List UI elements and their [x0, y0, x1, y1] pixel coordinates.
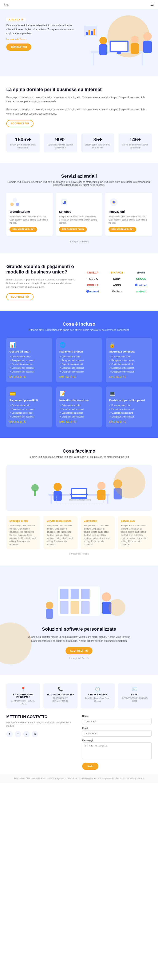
included-more-0[interactable]: SAPERNE DI PIÙ	[10, 376, 49, 378]
email-label: Email	[82, 727, 152, 729]
list-item: Excepteur sint occaecat	[60, 370, 99, 374]
included-title: Cosa è incluso	[6, 321, 152, 327]
linkedin-icon[interactable]: in	[32, 731, 38, 737]
list-item: Cupidatat non proident	[109, 411, 148, 415]
svg-rect-46	[60, 601, 68, 614]
contact-card-3: ✉️ EMAIL 1-234-567-8900 1-234-567-8901	[118, 683, 152, 708]
contact-description: Per ricevere ulteriori informazioni, com…	[6, 721, 76, 728]
stat-number-1: 90%	[47, 137, 74, 143]
services-section: Servizi aziendali Sample text. Click to …	[0, 163, 158, 253]
svg-rect-23	[64, 201, 65, 203]
what-illustration: double click to start editing	[6, 465, 152, 511]
message-label: Messaggio	[82, 739, 152, 741]
stat-number-0: 150m+	[10, 137, 36, 143]
hero-cta-button[interactable]: CONTATTACI	[6, 43, 31, 51]
included-card-title-4: Note di collaborazione	[60, 399, 99, 402]
email-icon: ✉️	[121, 687, 148, 692]
contact-form-left: METTITI IN CONTATTO Per ricevere ulterio…	[6, 715, 76, 770]
svg-rect-11	[143, 41, 152, 53]
services-image-link[interactable]: Immagini da Pexels	[6, 240, 152, 243]
solutions-image-link[interactable]: Immagini di Pexels	[26, 657, 132, 660]
solutions-cta-button[interactable]: SCOPRI DI PIÙ	[66, 647, 93, 654]
contact-card-title-0: LA NOSTRA SEDE PRINCIPALE	[10, 693, 37, 698]
service-card-0: prototipazione Sample text. Click to sel…	[6, 193, 53, 236]
included-icon-0: 📊	[10, 342, 49, 348]
service-button-1[interactable]: PER SAPERNE DI PIÙ	[59, 227, 87, 232]
what-card-desc-1: Sample text. Click to select the text. C…	[47, 524, 74, 546]
included-more-3[interactable]: SAPERNE DI PIÙ	[10, 421, 49, 423]
svg-point-17	[13, 198, 17, 202]
included-more-1[interactable]: SAPERNE DI PIÙ	[60, 376, 99, 378]
name-form-group: Nome	[82, 715, 152, 724]
brand-unimed2: 🅤unimed	[82, 290, 103, 293]
service-button-2[interactable]: PER SAPERNE DI PIÙ	[108, 227, 136, 232]
hamburger-icon[interactable]: ☰	[150, 2, 154, 7]
included-more-5[interactable]: SAPERNE DI PIÙ	[109, 421, 148, 423]
list-item: Excepteur sint occaecat	[60, 415, 99, 419]
included-grid-bottom: 💳 Pagamenti prevedibili Duis aute irure …	[6, 387, 152, 427]
list-item: Duis aute irure dolor	[60, 404, 99, 407]
svg-point-51	[108, 599, 125, 616]
contact-card-text-3: 1-234-567-8900 1-234-567-8901	[121, 697, 148, 703]
email-form-group: Email	[82, 727, 152, 737]
name-input[interactable]	[82, 718, 152, 724]
list-item: Excepteur sint occaecat	[10, 359, 49, 363]
included-section: Cosa è incluso Offriamo oltre 150 funzio…	[0, 311, 158, 438]
included-more-4[interactable]: SAPERNE DI PIÙ	[60, 421, 99, 423]
submit-button[interactable]: Invia	[82, 763, 98, 770]
included-card-title-3: Pagamenti prevedibili	[10, 399, 49, 402]
svg-rect-43	[60, 589, 68, 599]
volume-cta-button[interactable]: SCOPRI DI PIÙ	[6, 293, 34, 301]
list-item: Excepteur sint occaecat	[109, 415, 148, 419]
what-subtitle: Sample text. Click to select the text bo…	[6, 455, 152, 458]
hero-content: AZIENDA IT Duis aute irure dolor in repr…	[6, 18, 78, 51]
spine-section: La spina dorsale per il business su Inte…	[0, 76, 158, 163]
twitter-icon[interactable]: t	[15, 731, 21, 737]
svg-rect-30	[72, 489, 86, 497]
list-item: Cupidatat non proident	[60, 411, 99, 415]
contact-card-text-0: 123 Main Street Fault, NC 28000	[10, 699, 37, 705]
volume-section: Grande volume di pagamenti o modello di …	[0, 253, 158, 311]
what-card-title-2: Commerce	[84, 519, 111, 522]
what-card-desc-3: Sample text. Click to select the text. C…	[121, 524, 148, 546]
service-title-0: prototipazione	[10, 210, 50, 213]
what-image-link[interactable]: Immagini di Pexels	[6, 552, 152, 555]
stat-label-2: Lorem ipsum dolor sit amet consectetur	[84, 143, 111, 149]
logo: logo	[4, 3, 10, 6]
hero-badge: AZIENDA IT	[6, 18, 26, 21]
hero-image-link[interactable]: Immagini da Pexels	[6, 38, 78, 40]
youtube-icon[interactable]: y	[23, 731, 29, 737]
services-title: Servizi aziendali	[6, 173, 152, 179]
brand-android: android	[131, 290, 152, 293]
svg-rect-45	[81, 589, 90, 599]
svg-point-32	[53, 483, 62, 491]
service-button-0[interactable]: PER SAPERNE DI PIÙ	[10, 227, 37, 232]
brand-unimed1: 🅤unimed	[131, 283, 152, 287]
message-form-group: Messaggio	[82, 739, 152, 760]
stat-item-2: 35+ Lorem ipsum dolor sit amet consectet…	[81, 134, 114, 153]
list-item: Duis aute irure dolor	[109, 355, 148, 359]
service-card-2: Innovazioni Sample text. Click to select…	[105, 193, 152, 236]
list-item: Duis aute irure dolor	[109, 404, 148, 407]
brand-crolla1: CROLLA	[82, 271, 103, 274]
spine-cta-button[interactable]: SCOPRI DI PIÙ	[6, 120, 34, 127]
stat-label-1: Lorem ipsum dolor sit amet consectetur	[47, 143, 74, 149]
brand-crocs: CROCS	[131, 277, 152, 280]
contact-title: METTITI IN CONTATTO	[6, 715, 76, 719]
what-card-title-3: Servizi SEO	[121, 519, 148, 522]
list-item: Excepteur sint occaecat	[109, 359, 148, 363]
svg-rect-14	[89, 30, 90, 35]
included-card-0: 📊 Gestire gli affari Duis aute irure dol…	[6, 338, 52, 382]
contact-card-title-2: ORE DI LAVORO	[84, 693, 111, 696]
brand-evga: EVGA	[131, 271, 152, 274]
svg-rect-53	[46, 609, 53, 619]
solutions-svg	[26, 582, 132, 620]
svg-rect-22	[63, 201, 64, 203]
email-input[interactable]	[82, 730, 152, 737]
included-card-list-1: Duis aute irure dolor Excepteur sint occ…	[60, 355, 99, 374]
contact-card-title-1: NUMERO DI TELEFONO	[47, 693, 74, 696]
included-more-2[interactable]: SAPERNE DI PIÙ	[109, 376, 148, 378]
message-input[interactable]	[82, 743, 152, 759]
what-card-2: Commerce Sample text. Click to select th…	[81, 516, 114, 549]
facebook-icon[interactable]: f	[6, 731, 13, 737]
